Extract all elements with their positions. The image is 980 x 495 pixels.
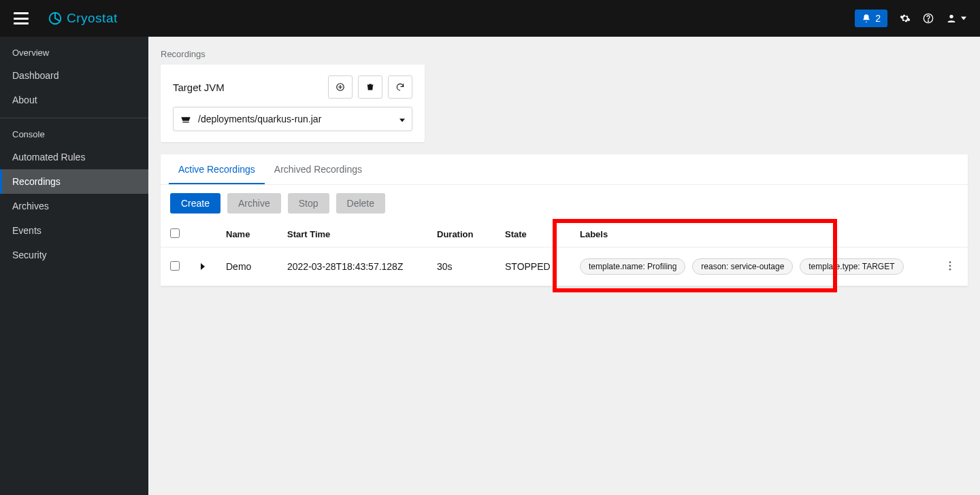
column-start: Start Time [278, 222, 427, 248]
cell-duration: 30s [427, 248, 495, 286]
svg-point-6 [949, 264, 951, 267]
cell-name: Demo [216, 248, 278, 286]
stop-button[interactable]: Stop [288, 193, 329, 214]
refresh-target-button[interactable] [388, 75, 412, 99]
brand-text: Cryostat [67, 11, 118, 26]
sidebar-section-console[interactable]: Console [0, 124, 148, 145]
sidebar-item-security[interactable]: Security [0, 243, 148, 267]
help-icon [923, 13, 934, 24]
column-labels: Labels [570, 222, 934, 248]
sidebar-item-about[interactable]: About [0, 88, 148, 112]
cell-state: STOPPED [495, 248, 570, 286]
brand-icon [48, 11, 63, 26]
tabs: Active Recordings Archived Recordings [161, 154, 968, 185]
row-checkbox[interactable] [170, 261, 180, 271]
svg-point-7 [949, 268, 951, 270]
kebab-icon [949, 261, 951, 271]
trash-icon [366, 82, 374, 92]
recordings-toolbar: Create Archive Stop Delete [161, 185, 968, 222]
recordings-card: Active Recordings Archived Recordings Cr… [161, 154, 968, 286]
sidebar-item-events[interactable]: Events [0, 218, 148, 243]
column-name: Name [216, 222, 278, 248]
caret-down-icon [399, 114, 405, 124]
target-jvm-title: Target JVM [173, 82, 225, 93]
breadcrumb: Recordings [148, 37, 980, 65]
tab-active-recordings[interactable]: Active Recordings [169, 154, 265, 184]
brand[interactable]: Cryostat [48, 11, 118, 26]
target-select[interactable]: /deployments/quarkus-run.jar [173, 107, 412, 131]
sidebar-item-recordings[interactable]: Recordings [0, 169, 148, 194]
notifications-button[interactable]: 2 [855, 10, 887, 27]
sidebar-item-dashboard[interactable]: Dashboard [0, 63, 148, 88]
menu-toggle[interactable] [14, 12, 29, 24]
user-icon [946, 13, 957, 24]
target-select-value: /deployments/quarkus-run.jar [198, 114, 321, 124]
create-button[interactable]: Create [170, 193, 220, 214]
cell-labels: template.name: Profiling reason: service… [570, 248, 934, 286]
label-chip: reason: service-outage [692, 258, 793, 275]
gear-icon [900, 13, 911, 24]
expand-row-button[interactable] [200, 261, 206, 272]
column-duration: Duration [427, 222, 495, 248]
sidebar-item-archives[interactable]: Archives [0, 194, 148, 218]
delete-target-button[interactable] [358, 75, 382, 99]
sidebar: Overview Dashboard About Console Automat… [0, 37, 148, 495]
target-jvm-card: Target JVM /deployments/qu [161, 65, 425, 142]
settings-button[interactable] [900, 13, 911, 24]
column-state: State [495, 222, 570, 248]
cell-start: 2022-03-28T18:43:57.128Z [278, 248, 427, 286]
recordings-table: Name Start Time Duration State Labels [161, 222, 968, 286]
chevron-right-icon [200, 263, 206, 270]
label-chip: template.type: TARGET [800, 258, 903, 275]
svg-point-3 [949, 15, 953, 18]
refresh-icon [395, 82, 405, 92]
main-content: Recordings Target JVM [148, 37, 980, 495]
notifications-count: 2 [875, 13, 881, 24]
row-actions-button[interactable] [943, 259, 957, 275]
caret-down-icon [961, 16, 966, 21]
user-menu[interactable] [946, 13, 966, 24]
archive-button[interactable]: Archive [227, 193, 281, 214]
svg-point-5 [949, 261, 951, 263]
bell-icon [862, 14, 871, 23]
tab-archived-recordings[interactable]: Archived Recordings [265, 154, 372, 184]
sidebar-section-overview[interactable]: Overview [0, 42, 148, 63]
sidebar-item-automated-rules[interactable]: Automated Rules [0, 145, 148, 169]
label-chip: template.name: Profiling [580, 258, 685, 275]
svg-point-2 [928, 20, 928, 21]
select-all-checkbox[interactable] [170, 228, 180, 238]
plus-circle-icon [336, 82, 345, 92]
container-icon [180, 115, 191, 123]
table-row: Demo 2022-03-28T18:43:57.128Z 30s STOPPE… [161, 248, 968, 286]
add-target-button[interactable] [328, 75, 353, 99]
topbar-right: 2 [855, 10, 966, 27]
help-button[interactable] [923, 13, 934, 24]
delete-button[interactable]: Delete [336, 193, 385, 214]
topbar: Cryostat 2 [0, 0, 980, 37]
